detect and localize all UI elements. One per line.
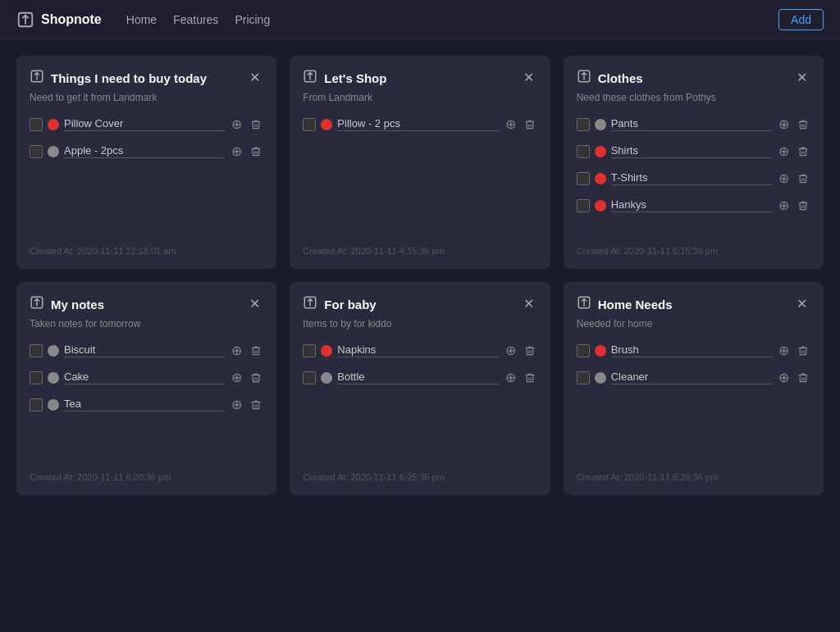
item-delete-button[interactable]: [796, 198, 810, 213]
nav-pricing[interactable]: Pricing: [235, 13, 270, 26]
item-add-button[interactable]: ⊕: [230, 395, 244, 414]
card-close-button[interactable]: ✕: [520, 296, 537, 312]
item-add-button[interactable]: ⊕: [504, 115, 518, 134]
card-title-row: My notes: [30, 295, 104, 313]
item-add-button[interactable]: ⊕: [777, 115, 791, 134]
item-checkbox[interactable]: [30, 118, 43, 131]
item-delete-button[interactable]: [249, 343, 263, 358]
card-subtitle: From Landmark: [303, 92, 536, 103]
item-delete-button[interactable]: [796, 343, 810, 358]
item-delete-button[interactable]: [796, 117, 810, 132]
item-checkbox[interactable]: [577, 118, 590, 131]
item-label: Shirts: [611, 144, 772, 158]
list-item: Hankys⊕: [577, 196, 810, 215]
item-add-button[interactable]: ⊕: [777, 196, 791, 215]
item-delete-button[interactable]: [796, 371, 810, 385]
card-footer: Created At: 2020-11-11 6:29:36 pm: [577, 472, 810, 482]
nav-features[interactable]: Features: [173, 13, 218, 26]
brand-icon: [16, 11, 34, 29]
item-add-button[interactable]: ⊕: [777, 142, 791, 161]
card-items: Brush⊕Cleaner⊕: [577, 341, 810, 462]
item-checkbox[interactable]: [30, 398, 43, 411]
item-add-button[interactable]: ⊕: [777, 341, 791, 360]
item-priority-dot: [48, 372, 59, 384]
card-footer: Created At: 2020-11-11 12:18:01 am: [30, 246, 263, 256]
list-item: Bottle⊕: [303, 368, 536, 387]
card-items: Pants⊕Shirts⊕T-Shirts⊕Hankys⊕: [577, 115, 810, 236]
item-add-button[interactable]: ⊕: [777, 368, 791, 387]
item-priority-dot: [48, 119, 59, 130]
card-header: Let's Shop✕: [303, 69, 536, 87]
item-delete-button[interactable]: [523, 343, 537, 358]
card-footer: Created At: 2020-11-11 4:15:36 pm: [303, 246, 536, 256]
item-checkbox[interactable]: [577, 145, 590, 158]
card-title-row: Home Needs: [577, 295, 673, 313]
item-checkbox[interactable]: [303, 118, 316, 131]
item-priority-dot: [321, 345, 332, 357]
item-checkbox[interactable]: [30, 344, 43, 357]
item-checkbox[interactable]: [577, 344, 590, 357]
list-item: Apple - 2pcs⊕: [30, 142, 263, 161]
item-add-button[interactable]: ⊕: [230, 142, 244, 161]
card-lets-shop: Let's Shop✕From LandmarkPillow - 2 pcs⊕C…: [290, 56, 550, 269]
item-label: Hankys: [611, 198, 772, 212]
card-list-icon: [303, 295, 317, 313]
item-add-button[interactable]: ⊕: [230, 341, 244, 360]
nav-home[interactable]: Home: [126, 13, 157, 26]
item-delete-button[interactable]: [523, 371, 537, 385]
item-delete-button[interactable]: [249, 144, 263, 159]
item-checkbox[interactable]: [30, 145, 43, 158]
card-subtitle: Need to get it from Landmark: [30, 92, 263, 103]
card-list-icon: [30, 295, 44, 313]
card-title: Things I need to buy today: [51, 71, 207, 85]
item-delete-button[interactable]: [796, 144, 810, 159]
item-add-button[interactable]: ⊕: [777, 169, 791, 188]
item-priority-dot: [321, 372, 332, 384]
item-add-button[interactable]: ⊕: [230, 115, 244, 134]
card-close-button[interactable]: ✕: [520, 70, 537, 86]
list-item: Cake⊕: [30, 368, 263, 387]
item-delete-button[interactable]: [523, 117, 537, 132]
item-priority-dot: [595, 146, 606, 157]
item-checkbox[interactable]: [303, 371, 316, 384]
card-title-row: For baby: [303, 295, 376, 313]
card-close-button[interactable]: ✕: [793, 70, 810, 86]
item-add-button[interactable]: ⊕: [504, 341, 518, 360]
card-close-button[interactable]: ✕: [793, 296, 810, 312]
item-checkbox[interactable]: [30, 371, 43, 384]
list-item: Pants⊕: [577, 115, 810, 134]
item-add-button[interactable]: ⊕: [230, 368, 244, 387]
card-close-button[interactable]: ✕: [246, 296, 263, 312]
card-list-icon: [577, 295, 591, 313]
card-header: Home Needs✕: [577, 295, 810, 313]
add-button[interactable]: Add: [778, 9, 824, 30]
item-checkbox[interactable]: [577, 172, 590, 185]
item-label: Cleaner: [611, 371, 772, 384]
item-checkbox[interactable]: [577, 371, 590, 384]
item-checkbox[interactable]: [577, 199, 590, 212]
card-things-to-buy: Things I need to buy today✕Need to get i…: [16, 56, 276, 269]
item-delete-button[interactable]: [796, 171, 810, 186]
item-label: Pillow - 2 pcs: [337, 117, 498, 131]
list-item: Shirts⊕: [577, 142, 810, 161]
item-priority-dot: [48, 399, 59, 411]
item-delete-button[interactable]: [249, 117, 263, 132]
item-add-button[interactable]: ⊕: [504, 368, 518, 387]
item-label: Cake: [64, 371, 225, 384]
nav-links: Home Features Pricing: [126, 13, 778, 26]
card-header: For baby✕: [303, 295, 536, 313]
item-checkbox[interactable]: [303, 344, 316, 357]
card-items: Pillow - 2 pcs⊕: [303, 115, 536, 236]
item-label: Brush: [611, 343, 772, 357]
list-item: Biscuit⊕: [30, 341, 263, 360]
card-subtitle: Needed for home: [577, 318, 810, 330]
card-close-button[interactable]: ✕: [246, 70, 263, 86]
item-priority-dot: [321, 119, 332, 130]
card-items: Pillow Cover⊕Apple - 2pcs⊕: [30, 115, 263, 236]
card-title: Home Needs: [598, 298, 673, 311]
card-subtitle: Taken notes for tomorrow: [30, 318, 263, 330]
card-title-row: Clothes: [577, 69, 643, 87]
item-delete-button[interactable]: [249, 371, 263, 385]
item-delete-button[interactable]: [249, 398, 263, 412]
item-label: Pants: [611, 117, 772, 131]
